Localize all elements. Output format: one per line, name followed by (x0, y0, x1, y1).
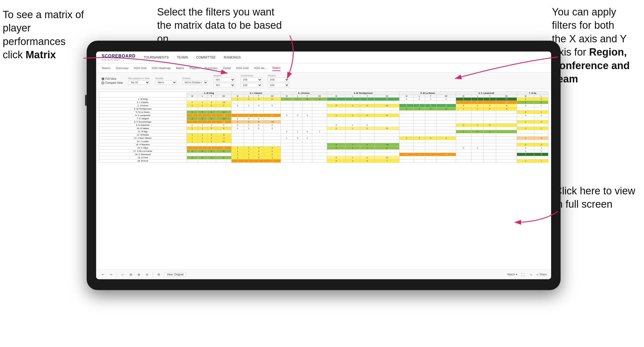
ann-tl-line2: player performances (3, 22, 66, 47)
conference-select-1[interactable]: (All) (240, 78, 262, 82)
subnav-h2hhe[interactable]: H2H He... (254, 65, 267, 71)
matrix-cell: 10 (216, 140, 231, 143)
matrix-cell (496, 156, 517, 159)
subnav-detail[interactable]: Detail (223, 65, 231, 71)
matrix-cell (254, 140, 264, 143)
nav-tournaments[interactable]: TOURNAMENTS (144, 54, 169, 60)
ann-br-l2: in full screen (555, 198, 612, 210)
full-view-label: Full View (105, 77, 116, 80)
subnav-h2hheatmap[interactable]: H2H Heatmap (152, 65, 171, 71)
matrix-cell (436, 101, 456, 104)
matrix-cell (399, 101, 414, 104)
radio-full-view[interactable]: Full View (102, 77, 123, 80)
matrix-cell: 1 (281, 137, 293, 140)
matrix-cell (496, 146, 517, 150)
share-button[interactable]: ⎋ Share (537, 273, 547, 276)
matrix-cell: 0 (254, 153, 264, 156)
region-select-2[interactable]: N/A (213, 83, 235, 87)
matrix-cell (399, 156, 414, 159)
gender-select[interactable]: Men's (155, 80, 177, 85)
matrix-cell: 0 (456, 146, 471, 150)
conference-select-2[interactable]: (All) (240, 83, 262, 87)
matrix-cell (231, 143, 244, 146)
division-select[interactable]: NCAA Division I (182, 80, 208, 85)
matrix-cell: 0 (264, 150, 281, 153)
screen-icon[interactable]: ⛶ (521, 272, 525, 277)
radio-compact-view[interactable]: Compact View (102, 81, 123, 84)
matrix-cell: 1 (327, 98, 345, 101)
subnav-teams[interactable]: Teams (102, 65, 110, 71)
matrix-cell (293, 104, 303, 107)
matrix-cell (456, 114, 471, 117)
matrix-cell (425, 114, 436, 117)
region-select-1[interactable]: N/A (213, 78, 235, 82)
zoom-in-icon[interactable]: ⊕ (136, 272, 141, 277)
matrix-cell: 0 (231, 124, 244, 127)
matrix-cell: 1 (187, 104, 198, 107)
nav-teams[interactable]: TEAMS (177, 54, 188, 60)
matrix-cell (414, 150, 425, 153)
matrix-cell: 0 (399, 98, 414, 101)
watch-button[interactable]: Watch ▾ (507, 273, 517, 276)
matrix-cell: 0 (207, 140, 216, 143)
matrix-cell: 4 (414, 104, 425, 107)
expand-icon[interactable]: ⤡ (529, 272, 534, 277)
matrix-cell (534, 156, 548, 159)
subnav-players[interactable]: Players (190, 65, 200, 71)
matrix-cell: 0 (254, 114, 264, 117)
ann-tr-l2: filters for both (552, 20, 614, 31)
matrix-cell: 0 (198, 150, 207, 153)
matrix-cell (187, 159, 198, 163)
radio-compact-dot (102, 82, 104, 84)
matrix-cell (425, 143, 436, 146)
main-content[interactable]: 1. W Ding 2. L Clanton 3. J Koivun 4. M … (96, 89, 551, 269)
nav-rankings[interactable]: RANKINGS (224, 54, 241, 60)
undo-icon[interactable]: ↩ (100, 272, 105, 277)
players-select-2[interactable]: (All) (268, 83, 289, 87)
matrix-cell: 1 (534, 127, 548, 130)
matrix-cell: 0 (207, 137, 216, 140)
max-players-select[interactable]: Top 25 (128, 80, 150, 85)
subnav-summary[interactable]: Summary (116, 65, 128, 71)
matrix-cell: 0 (254, 124, 264, 127)
matrix-cell: 2 (414, 153, 425, 156)
matrix-cell (312, 107, 327, 111)
players-select-1[interactable]: (All) (268, 78, 289, 82)
bottom-bar: ↩ ↪ ⤢ ⊞ ⊕ ⊖ ⚙ View: Original Watch ▾ ⛶ ⤡… (96, 269, 551, 279)
matrix-cell: 11 (375, 127, 399, 130)
settings-icon[interactable]: ⚙ (156, 272, 161, 277)
matrix-cell (254, 111, 264, 114)
matrix-cell (399, 150, 414, 153)
matrix-cell: -1 (264, 156, 281, 159)
matrix-cell (327, 130, 345, 133)
row-label: 4. M Thorbjornsen (99, 107, 187, 111)
gender-filter: Gender Men's (155, 77, 177, 85)
grid-icon[interactable]: ⊞ (128, 272, 133, 277)
matrix-cell (254, 143, 264, 146)
nav-committee[interactable]: COMMITTEE (196, 54, 216, 60)
matrix-cell (360, 111, 375, 114)
matrix-cell: 2 (534, 143, 548, 146)
region-filter: Region N/A N/A (213, 74, 235, 87)
subnav-matrix2[interactable]: Matrix (272, 65, 281, 71)
share2-icon[interactable]: ⤢ (120, 272, 125, 277)
matrix-cell (360, 140, 375, 143)
matrix-cell: 0 (425, 153, 436, 156)
subnav-h2hgrid[interactable]: H2H Grid (134, 65, 146, 71)
matrix-cell (303, 159, 312, 163)
zoom-out-icon[interactable]: ⊖ (145, 272, 149, 277)
view-label[interactable]: View: Original (164, 272, 186, 277)
matrix-cell: 1 (198, 127, 207, 130)
matrix-cell: -6 (216, 133, 231, 137)
matrix-cell: 2 (244, 98, 254, 101)
matrix-cell (496, 137, 517, 140)
matrix-cell (303, 143, 312, 146)
matrix-cell: 2 (216, 104, 231, 107)
subnav-summary2[interactable]: Summary (205, 65, 218, 71)
matrix-cell (187, 107, 198, 111)
redo-icon[interactable]: ↪ (109, 272, 113, 277)
matrix-cell (399, 120, 414, 124)
subnav-h2hgrid2[interactable]: H2H Grid (236, 65, 249, 71)
subnav-matrix[interactable]: Matrix (176, 65, 184, 71)
sh-d2: Dif (264, 95, 281, 98)
